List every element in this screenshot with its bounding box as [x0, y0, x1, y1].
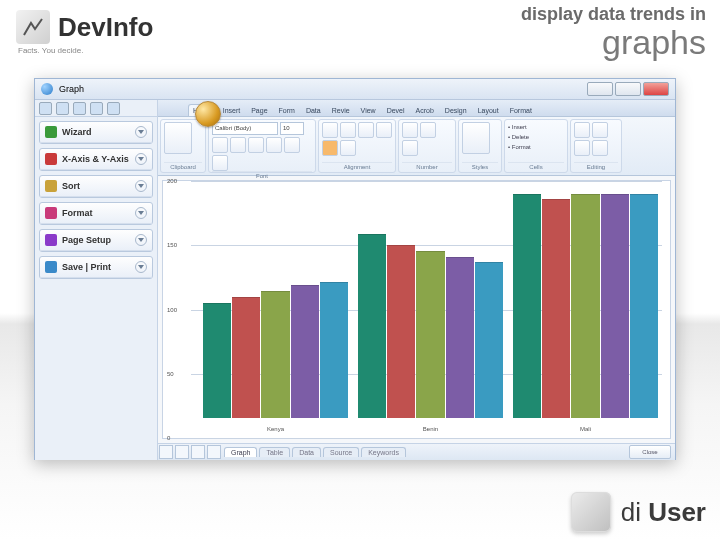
bar[interactable]	[601, 194, 629, 418]
bar[interactable]	[232, 297, 260, 418]
styles-button[interactable]	[462, 122, 490, 154]
brand-tagline: Facts. You decide.	[18, 46, 83, 55]
bar[interactable]	[475, 262, 503, 418]
a-icon[interactable]	[39, 102, 52, 115]
sheet-tab-data[interactable]: Data	[292, 447, 321, 457]
fill-color-button[interactable]	[284, 137, 300, 153]
side-panel-axes[interactable]: X-Axis & Y-Axis	[39, 148, 153, 171]
chevron-down-icon[interactable]	[135, 180, 147, 192]
maximize-button[interactable]	[615, 82, 641, 96]
chevron-down-icon[interactable]	[135, 261, 147, 273]
sheet-nav-next-button[interactable]	[191, 445, 205, 459]
percent-button[interactable]	[420, 122, 436, 138]
bar-cluster: Mali	[513, 189, 658, 418]
x-tick-label: Benin	[358, 426, 503, 432]
ribbon-tab-devel[interactable]: Devel	[382, 104, 410, 116]
bar-icon[interactable]	[56, 102, 69, 115]
ribbon-tab-revie[interactable]: Revie	[327, 104, 355, 116]
side-panel-sort[interactable]: Sort	[39, 175, 153, 198]
bar[interactable]	[513, 194, 541, 418]
ribbon-tabs: HomeInsertPageFormDataRevieViewDevelAcro…	[158, 100, 675, 117]
misc-icon[interactable]	[107, 102, 120, 115]
axes-icon	[45, 153, 57, 165]
bar[interactable]	[542, 199, 570, 418]
italic-button[interactable]	[230, 137, 246, 153]
bar[interactable]	[416, 251, 444, 418]
y-tick-label: 100	[167, 307, 177, 313]
bar[interactable]	[630, 194, 658, 418]
cells-delete-button[interactable]: • Delete	[508, 132, 564, 142]
bar[interactable]	[261, 291, 289, 418]
number-format-button[interactable]	[402, 122, 418, 138]
border-button[interactable]	[266, 137, 282, 153]
ribbon-tab-design[interactable]: Design	[440, 104, 472, 116]
office-orb-button[interactable]	[195, 101, 221, 127]
bar[interactable]	[291, 285, 319, 418]
autosum-button[interactable]	[574, 122, 590, 138]
minimize-button[interactable]	[587, 82, 613, 96]
close-button[interactable]	[643, 82, 669, 96]
ribbon-tab-view[interactable]: View	[356, 104, 381, 116]
sheet-tab-keywords[interactable]: Keywords	[361, 447, 406, 457]
ribbon-tab-page[interactable]: Page	[246, 104, 272, 116]
bar[interactable]	[320, 282, 348, 418]
bar[interactable]	[358, 234, 386, 418]
headline-line2: graphs	[521, 25, 706, 59]
font-color-button[interactable]	[212, 155, 228, 171]
bar[interactable]	[571, 194, 599, 418]
font-size-select[interactable]: 10	[280, 122, 304, 135]
align-mr-button[interactable]	[340, 140, 356, 156]
align-ml-button[interactable]	[376, 122, 392, 138]
sheet-tab-source[interactable]: Source	[323, 447, 359, 457]
font-name-select[interactable]: Calibri (Body)	[212, 122, 278, 135]
sort-filter-button[interactable]	[592, 140, 608, 156]
side-panel-save-print[interactable]: Save | Print	[39, 256, 153, 279]
ribbon-tab-form[interactable]: Form	[274, 104, 300, 116]
chevron-down-icon[interactable]	[135, 234, 147, 246]
side-panel-wizard[interactable]: Wizard	[39, 121, 153, 144]
chevron-down-icon[interactable]	[135, 126, 147, 138]
sheet-nav-first-button[interactable]	[159, 445, 173, 459]
ribbon-tab-acrob[interactable]: Acrob	[411, 104, 439, 116]
pie-icon[interactable]	[90, 102, 103, 115]
sheet-tab-table[interactable]: Table	[259, 447, 290, 457]
comma-button[interactable]	[402, 140, 418, 156]
sheet-nav-last-button[interactable]	[207, 445, 221, 459]
align-tc-button[interactable]	[340, 122, 356, 138]
brand-name: DevInfo	[58, 12, 153, 43]
cells-format-button[interactable]: • Format	[508, 142, 564, 152]
chevron-down-icon[interactable]	[135, 207, 147, 219]
side-panel-page-setup[interactable]: Page Setup	[39, 229, 153, 252]
y-tick-label: 0	[167, 435, 170, 441]
align-tr-button[interactable]	[358, 122, 374, 138]
ribbon-tab-format[interactable]: Format	[505, 104, 537, 116]
chevron-down-icon[interactable]	[135, 153, 147, 165]
bar[interactable]	[203, 303, 231, 419]
chart-area[interactable]: 050100150200KenyaBeninMali	[162, 180, 671, 439]
fill-button[interactable]	[592, 122, 608, 138]
sheet-nav-prev-button[interactable]	[175, 445, 189, 459]
gridline	[191, 181, 662, 182]
footer-text-light: di	[621, 497, 648, 527]
bold-button[interactable]	[212, 137, 228, 153]
ribbon-group-clipboard: Clipboard	[160, 119, 206, 173]
paste-button[interactable]	[164, 122, 192, 154]
align-tl-button[interactable]	[322, 122, 338, 138]
bar-cluster: Benin	[358, 189, 503, 418]
align-mc-button[interactable]	[322, 140, 338, 156]
bar-cluster: Kenya	[203, 189, 348, 418]
side-panel-label: Format	[62, 208, 130, 218]
ribbon-tab-layout[interactable]: Layout	[473, 104, 504, 116]
underline-button[interactable]	[248, 137, 264, 153]
sheet-tab-graph[interactable]: Graph	[224, 447, 257, 457]
cells-insert-button[interactable]: • Insert	[508, 122, 564, 132]
ribbon-tab-data[interactable]: Data	[301, 104, 326, 116]
line-icon[interactable]	[73, 102, 86, 115]
bar[interactable]	[387, 245, 415, 418]
save-print-icon	[45, 261, 57, 273]
ribbon-tab-insert[interactable]: Insert	[218, 104, 246, 116]
sheet-close-button[interactable]: Close	[629, 445, 671, 459]
side-panel-format[interactable]: Format	[39, 202, 153, 225]
clear-button[interactable]	[574, 140, 590, 156]
bar[interactable]	[446, 257, 474, 418]
